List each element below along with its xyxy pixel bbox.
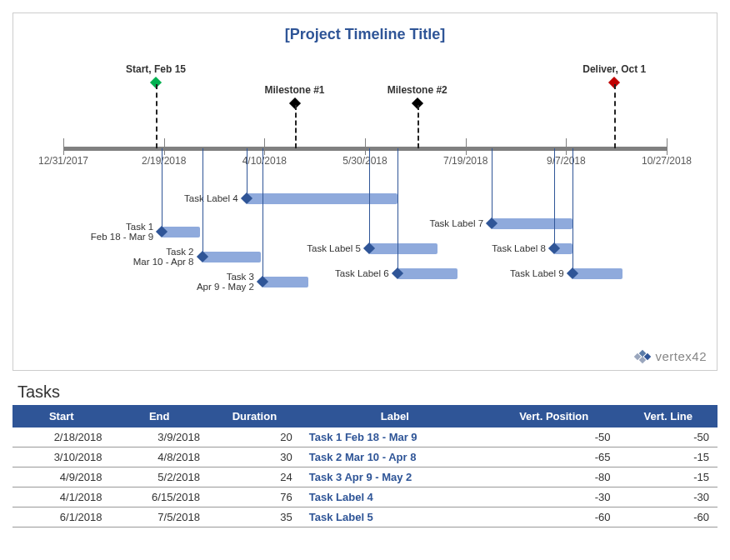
axis-tick bbox=[365, 138, 367, 155]
task-bar bbox=[369, 243, 438, 254]
task-bar bbox=[262, 277, 309, 288]
table-cell: -15 bbox=[618, 468, 718, 488]
task-connector bbox=[247, 148, 248, 198]
task-label: Task 1Feb 18 - Mar 9 bbox=[91, 222, 153, 242]
table-cell: -30 bbox=[618, 488, 718, 508]
table-row: 4/9/20185/2/201824Task 3 Apr 9 - May 2-8… bbox=[12, 468, 718, 488]
milestone-label: Milestone #2 bbox=[388, 84, 448, 96]
table-cell: -50 bbox=[489, 428, 619, 448]
axis-tick bbox=[264, 138, 266, 155]
table-cell: 4/9/2018 bbox=[12, 468, 110, 488]
table-row: 3/10/20184/8/201830Task 2 Mar 10 - Apr 8… bbox=[12, 448, 718, 468]
task-label: Task 2Mar 10 - Apr 8 bbox=[133, 247, 194, 267]
milestone: Milestone #2 bbox=[388, 84, 448, 108]
table-cell: 5/2/2018 bbox=[110, 468, 208, 488]
task-label: Task Label 5 bbox=[307, 243, 361, 253]
table-cell: Task 3 Apr 9 - May 2 bbox=[301, 468, 489, 488]
table-cell: 3/10/2018 bbox=[12, 448, 110, 468]
tasks-section-title: Tasks bbox=[18, 382, 718, 402]
table-cell: -65 bbox=[489, 448, 619, 468]
task-bar bbox=[247, 193, 398, 204]
task-connector bbox=[369, 148, 370, 248]
axis-tick-label: 4/10/2018 bbox=[242, 155, 287, 167]
table-cell: 35 bbox=[208, 508, 301, 528]
task-connector bbox=[398, 148, 398, 273]
brand-icon bbox=[635, 351, 650, 362]
milestone-drop-line bbox=[614, 84, 616, 148]
axis-tick bbox=[667, 138, 668, 155]
table-header-cell: Vert. Position bbox=[489, 405, 619, 428]
table-cell: -80 bbox=[489, 468, 619, 488]
plot-area: 12/31/20172/19/20184/10/20185/30/20187/1… bbox=[63, 63, 667, 330]
milestone: Start, Feb 15 bbox=[126, 63, 186, 87]
milestone: Deliver, Oct 1 bbox=[582, 63, 646, 87]
tasks-table: StartEndDurationLabelVert. PositionVert.… bbox=[12, 405, 718, 528]
task-connector bbox=[202, 148, 203, 257]
table-row: 6/1/20187/5/201835Task Label 5-60-60 bbox=[12, 508, 718, 528]
table-header-cell: Start bbox=[12, 405, 110, 428]
table-cell: 6/1/2018 bbox=[12, 508, 110, 528]
table-cell: Task 2 Mar 10 - Apr 8 bbox=[301, 448, 489, 468]
axis-tick-label: 9/7/2018 bbox=[547, 155, 586, 167]
table-cell: 7/5/2018 bbox=[110, 508, 208, 528]
table-row: 4/1/20186/15/201876Task Label 4-30-30 bbox=[12, 488, 718, 508]
table-cell: -30 bbox=[489, 488, 619, 508]
axis-tick-label: 10/27/2018 bbox=[642, 155, 692, 167]
table-cell: -60 bbox=[489, 508, 619, 528]
brand-logo: vertex42 bbox=[635, 349, 707, 363]
table-cell: 4/1/2018 bbox=[12, 488, 110, 508]
milestone: Milestone #1 bbox=[265, 84, 325, 108]
task-connector bbox=[162, 148, 162, 232]
table-cell: 30 bbox=[208, 448, 301, 468]
table-cell: 6/15/2018 bbox=[110, 488, 208, 508]
axis-tick-label: 7/19/2018 bbox=[443, 155, 488, 167]
table-cell: Task Label 4 bbox=[301, 488, 489, 508]
table-header-cell: Duration bbox=[208, 405, 301, 428]
brand-text: vertex42 bbox=[655, 349, 707, 363]
table-cell: -60 bbox=[618, 508, 718, 528]
table-cell: 3/9/2018 bbox=[110, 428, 208, 448]
milestone-label: Deliver, Oct 1 bbox=[582, 63, 646, 75]
table-cell: -50 bbox=[618, 428, 718, 448]
task-connector bbox=[554, 148, 555, 248]
table-cell: 20 bbox=[208, 428, 301, 448]
task-label: Task Label 7 bbox=[429, 218, 483, 228]
table-header-cell: Label bbox=[301, 405, 489, 428]
table-cell: 24 bbox=[208, 468, 301, 488]
table-cell: Task 1 Feb 18 - Mar 9 bbox=[301, 428, 489, 448]
table-header-cell: End bbox=[110, 405, 208, 428]
table-header-cell: Vert. Line bbox=[618, 405, 718, 428]
task-label: Task 3Apr 9 - May 2 bbox=[197, 272, 254, 292]
milestone-label: Milestone #1 bbox=[265, 84, 325, 96]
table-cell: -15 bbox=[618, 448, 718, 468]
table-cell: 76 bbox=[208, 488, 301, 508]
table-row: 2/18/20183/9/201820Task 1 Feb 18 - Mar 9… bbox=[12, 428, 718, 448]
axis-tick-label: 2/19/2018 bbox=[142, 155, 186, 167]
task-connector bbox=[262, 148, 263, 282]
task-label: Task Label 8 bbox=[492, 243, 546, 253]
task-label: Task Label 4 bbox=[184, 193, 238, 203]
task-bar bbox=[202, 252, 261, 262]
axis-tick bbox=[164, 138, 166, 155]
chart-title: [Project Timeline Title] bbox=[22, 26, 708, 43]
task-label: Task Label 9 bbox=[510, 268, 564, 278]
task-label: Task Label 6 bbox=[335, 268, 389, 278]
axis-tick bbox=[63, 138, 65, 155]
milestone-drop-line bbox=[295, 105, 297, 148]
axis-tick-label: 12/31/2017 bbox=[38, 155, 88, 167]
axis-tick-label: 5/30/2018 bbox=[342, 155, 387, 167]
axis-tick bbox=[466, 138, 468, 155]
task-connector bbox=[492, 148, 492, 223]
timeline-chart: [Project Timeline Title] 12/31/20172/19/… bbox=[12, 12, 718, 371]
task-connector bbox=[572, 148, 573, 273]
task-bar bbox=[572, 268, 622, 279]
milestone-label: Start, Feb 15 bbox=[126, 63, 186, 75]
axis-tick bbox=[566, 138, 568, 155]
task-bar bbox=[398, 268, 458, 279]
table-cell: Task Label 5 bbox=[301, 508, 489, 528]
milestone-drop-line bbox=[156, 84, 158, 148]
table-cell: 2/18/2018 bbox=[12, 428, 110, 448]
milestone-drop-line bbox=[418, 105, 419, 148]
task-bar bbox=[492, 218, 572, 229]
task-bar bbox=[162, 227, 200, 238]
